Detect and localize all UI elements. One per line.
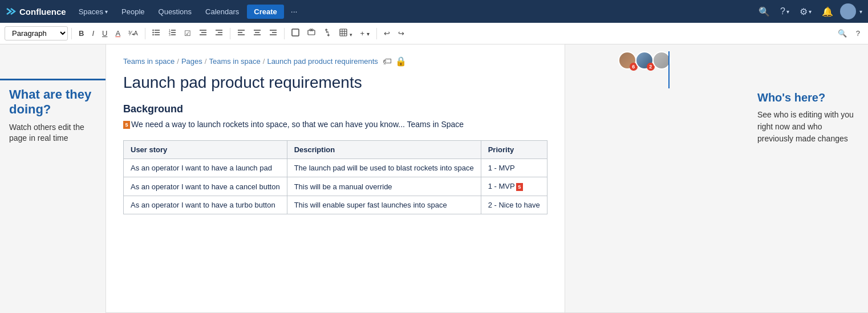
nav-more-button[interactable]: ··· <box>286 5 302 18</box>
avatar-dropdown-icon[interactable]: ▾ <box>859 9 862 15</box>
breadcrumb-teams-2[interactable]: Teams in space <box>209 57 260 66</box>
table-header-row: User story Description Priority <box>124 141 547 159</box>
undo-button[interactable]: ↩ <box>380 27 394 40</box>
top-navigation: Confluence Spaces ▾ People Questions Cal… <box>0 0 868 23</box>
row3-user-story: As an operator I want to have a turbo bu… <box>124 196 287 214</box>
insert-box-button[interactable] <box>288 26 303 40</box>
link-button[interactable] <box>320 26 335 40</box>
confluence-logo[interactable]: Confluence <box>6 6 66 17</box>
nav-create-button[interactable]: Create <box>247 5 283 19</box>
bold-button[interactable]: B <box>75 27 87 40</box>
mention-icon <box>307 29 315 36</box>
underline-button[interactable]: U <box>99 27 111 40</box>
svg-text:3: 3 <box>169 33 171 36</box>
help-button[interactable]: ?▾ <box>777 4 793 19</box>
nav-questions[interactable]: Questions <box>153 5 198 18</box>
outdent-icon <box>199 29 207 36</box>
col-description: Description <box>287 141 481 159</box>
col-user-story: User story <box>124 141 287 159</box>
breadcrumb-sep-1: / <box>177 57 179 66</box>
indent-icon <box>215 29 223 36</box>
left-callout-text: Watch others edit the page in real time <box>9 122 96 144</box>
bullet-list-button[interactable] <box>149 26 164 40</box>
tag-icon[interactable]: 🏷 <box>383 56 392 67</box>
text-color-button[interactable]: A <box>112 27 124 40</box>
editor-area[interactable]: Teams in space / Pages / Teams in space … <box>106 44 565 312</box>
nav-calendars[interactable]: Calendars <box>200 5 245 18</box>
breadcrumb-sep-3: / <box>263 57 265 66</box>
mention-button[interactable] <box>304 26 319 40</box>
toolbar-separator-5 <box>376 28 377 39</box>
nav-logo-text: Confluence <box>19 7 66 17</box>
avatar-2[interactable]: 2 <box>635 51 654 70</box>
confluence-x-icon <box>6 6 16 17</box>
lock-icon[interactable]: 🔒 <box>395 56 407 67</box>
breadcrumb-teams-1[interactable]: Teams in space <box>123 57 175 66</box>
editor-toolbar: Paragraph Heading 1 Heading 2 B I U A ³⁄… <box>0 23 868 44</box>
row1-description: The launch pad will be used to blast roc… <box>287 159 481 177</box>
user-avatar[interactable] <box>840 3 856 19</box>
body-text: sWe need a way to launch rockets into sp… <box>123 120 547 129</box>
nav-right-section: 🔍 ?▾ ⚙▾ 🔔 ▾ <box>755 3 862 19</box>
svg-point-4 <box>152 32 153 33</box>
row3-description: This will enable super fast launches int… <box>287 196 481 214</box>
nav-people[interactable]: People <box>116 5 150 18</box>
toolbar-separator-3 <box>230 28 230 39</box>
breadcrumb-icons: 🏷 🔒 <box>383 56 407 67</box>
breadcrumb-pages[interactable]: Pages <box>181 57 202 66</box>
avatar-1[interactable]: 6 <box>618 51 636 70</box>
whos-here-text: See who is editing with you right now an… <box>757 109 859 145</box>
align-right-button[interactable] <box>266 26 281 40</box>
left-callout-heading: What are they doing? <box>9 87 96 117</box>
section-heading-background: Background <box>123 103 547 115</box>
insert-box-icon <box>291 29 299 36</box>
align-center-icon <box>253 29 261 36</box>
redo-button[interactable]: ↪ <box>395 27 408 40</box>
svg-point-3 <box>152 30 153 31</box>
row2-description: This will be a manual override <box>287 177 481 196</box>
svg-rect-31 <box>340 29 347 36</box>
table-button[interactable]: ▾ <box>336 26 356 40</box>
collaborator-avatars: 6 2 <box>618 51 667 70</box>
row2-priority: 1 - MVPs <box>481 177 547 196</box>
row1-user-story: As an operator I want to have a launch p… <box>124 159 287 177</box>
row3-priority: 2 - Nice to have <box>481 196 547 214</box>
align-center-button[interactable] <box>250 26 265 40</box>
left-callout: What are they doing? Watch others edit t… <box>0 79 106 151</box>
insert-more-button[interactable]: + ▾ <box>357 27 373 40</box>
requirements-table: User story Description Priority As an op… <box>123 140 547 214</box>
font-size-button[interactable]: ³⁄₄A <box>125 27 141 39</box>
svg-rect-27 <box>292 29 299 36</box>
row1-priority: 1 - MVP <box>481 159 547 177</box>
italic-button[interactable]: I <box>88 27 98 40</box>
svg-point-5 <box>152 34 153 35</box>
cursor-indicator-2: s <box>516 183 523 191</box>
toolbar-search-button[interactable]: 🔍 <box>834 27 850 40</box>
row2-user-story: As an operator I want to have a cancel b… <box>124 177 287 196</box>
col-priority: Priority <box>481 141 547 159</box>
toolbar-separator-4 <box>284 28 285 39</box>
toolbar-separator-1 <box>71 28 72 39</box>
whos-here-heading: Who's here? <box>757 91 859 104</box>
table-icon <box>339 29 347 36</box>
cursor-indicator-1: s <box>123 121 130 129</box>
toolbar-help-button[interactable]: ? <box>853 27 863 40</box>
task-button[interactable]: ☑ <box>181 27 194 40</box>
indent-button[interactable] <box>212 26 226 40</box>
outdent-button[interactable] <box>196 26 210 40</box>
toolbar-separator-2 <box>145 28 145 39</box>
settings-button[interactable]: ⚙▾ <box>796 4 815 19</box>
paragraph-style-select[interactable]: Paragraph Heading 1 Heading 2 <box>5 26 68 40</box>
table-body: As an operator I want to have a launch p… <box>124 159 547 214</box>
nav-spaces[interactable]: Spaces ▾ <box>73 5 113 18</box>
table-header: User story Description Priority <box>124 141 547 159</box>
numbered-list-button[interactable]: 123 <box>165 26 180 40</box>
notifications-button[interactable]: 🔔 <box>818 4 837 19</box>
numbered-list-icon: 123 <box>168 29 176 36</box>
breadcrumb-page-title-link[interactable]: Launch pad product requirements <box>267 57 378 66</box>
breadcrumb: Teams in space / Pages / Teams in space … <box>123 56 547 67</box>
search-button[interactable]: 🔍 <box>755 4 773 19</box>
align-left-icon <box>237 29 245 36</box>
align-left-button[interactable] <box>234 26 249 40</box>
table-row: As an operator I want to have a turbo bu… <box>124 196 547 214</box>
